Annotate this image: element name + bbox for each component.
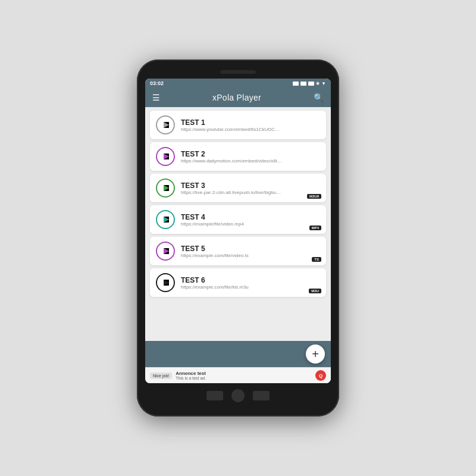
format-badge: MP4 — [309, 226, 321, 230]
format-badge: M3U8 — [307, 194, 321, 199]
playlist-content: TEST 1https://www.youtube.com/embed/6s1C… — [145, 107, 331, 341]
signal-strength-icon: ▼ — [321, 81, 326, 86]
play-triangle-icon — [164, 122, 169, 128]
item-info: TEST 1https://www.youtube.com/embed/6s1C… — [181, 118, 320, 132]
item-info: TEST 2https://www.dailymotion.com/embed/… — [181, 150, 320, 164]
app-title: xPola Player — [212, 93, 261, 102]
play-triangle-icon — [164, 185, 169, 191]
list-item[interactable]: TEST 3https://live-par-2-cdn-alt.livepus… — [150, 174, 326, 202]
notification-icon: ◉ — [316, 81, 320, 86]
item-title: TEST 2 — [181, 150, 320, 158]
nav-home-button[interactable] — [231, 389, 245, 402]
item-title: TEST 4 — [181, 213, 320, 221]
add-button[interactable]: + — [306, 345, 325, 364]
phone-camera — [220, 70, 256, 74]
play-button[interactable] — [156, 115, 175, 134]
status-icons: ◉ ▼ — [293, 81, 326, 86]
list-item[interactable]: TEST 4https://example/file/video.mp4MP4 — [150, 205, 326, 234]
item-url: https://example.com/file/video.ts — [181, 253, 282, 258]
status-bar: 03:02 ◉ ▼ — [145, 79, 331, 88]
list-item[interactable]: TEST 5https://example.com/file/video.tsT… — [150, 237, 326, 265]
play-triangle-icon — [164, 154, 169, 159]
item-title: TEST 1 — [181, 118, 320, 127]
ad-text: Annonce test This is a test ad. — [176, 371, 312, 380]
format-badge: TS — [312, 257, 321, 262]
play-button[interactable] — [156, 242, 175, 261]
item-title: TEST 5 — [181, 245, 320, 253]
item-url: https://example/file/video.mp4 — [181, 221, 282, 227]
play-triangle-icon — [164, 280, 169, 286]
play-button[interactable] — [156, 147, 175, 166]
phone-nav-buttons — [206, 389, 270, 402]
battery-icon — [308, 82, 314, 86]
play-triangle-icon — [164, 217, 169, 223]
item-info: TEST 6https://example.com/file/list.m3u — [181, 276, 320, 290]
item-url: https://www.dailymotion.com/embed/video/… — [181, 158, 282, 164]
play-button[interactable] — [156, 273, 175, 292]
ad-banner[interactable]: Nice job! Annonce test This is a test ad… — [145, 367, 331, 383]
signal-icon — [293, 82, 299, 86]
list-item[interactable]: TEST 1https://www.youtube.com/embed/6s1C… — [150, 111, 326, 139]
item-url: https://live-par-2-cdn-alt.livepush.io/l… — [181, 190, 282, 195]
format-badge: M3U — [309, 289, 321, 293]
app-bar: ☰ xPola Player 🔍 — [145, 88, 331, 107]
list-item[interactable]: TEST 2https://www.dailymotion.com/embed/… — [150, 142, 326, 171]
ad-title: Annonce test — [176, 371, 312, 376]
wifi-icon — [300, 82, 306, 86]
nav-recents-button[interactable] — [253, 391, 270, 400]
item-title: TEST 6 — [181, 276, 320, 284]
item-info: TEST 5https://example.com/file/video.ts — [181, 245, 320, 258]
nav-back-button[interactable] — [206, 391, 223, 400]
item-info: TEST 3https://live-par-2-cdn-alt.livepus… — [181, 181, 320, 195]
hamburger-menu-icon[interactable]: ☰ — [152, 93, 160, 102]
search-icon[interactable]: 🔍 — [314, 93, 324, 102]
item-url: https://example.com/file/list.m3u — [181, 284, 282, 290]
ad-subtitle: This is a test ad. — [176, 376, 312, 380]
play-triangle-icon — [164, 248, 169, 254]
fab-area: + — [145, 341, 331, 367]
ad-nice-job-label: Nice job! — [150, 372, 172, 379]
item-title: TEST 3 — [181, 181, 320, 190]
status-time: 03:02 — [150, 80, 164, 86]
play-button[interactable] — [156, 178, 175, 198]
phone-device: 03:02 ◉ ▼ ☰ xPola Player 🔍 TEST 1https:/… — [137, 60, 339, 416]
list-item[interactable]: TEST 6https://example.com/file/list.m3uM… — [150, 268, 326, 297]
phone-screen: 03:02 ◉ ▼ ☰ xPola Player 🔍 TEST 1https:/… — [145, 79, 331, 383]
item-info: TEST 4https://example/file/video.mp4 — [181, 213, 320, 227]
play-button[interactable] — [156, 210, 175, 229]
item-url: https://www.youtube.com/embed/6s1CkUDC_s… — [181, 127, 282, 132]
ad-logo: Q — [315, 370, 326, 381]
